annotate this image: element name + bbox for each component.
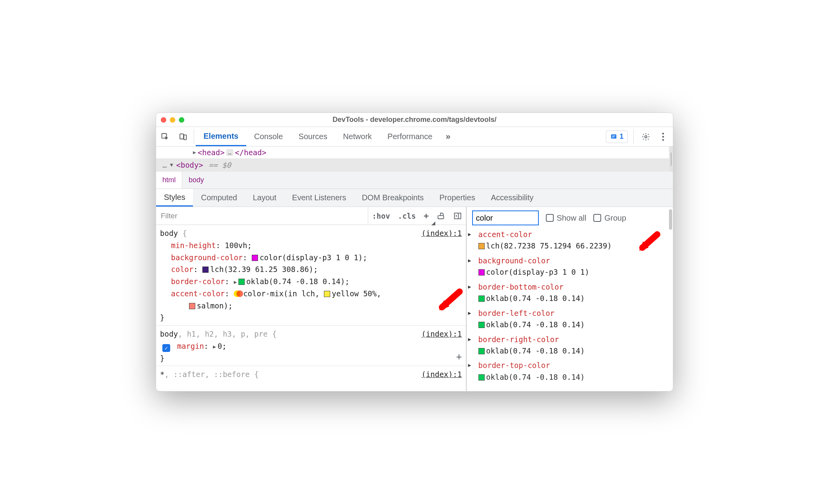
declaration[interactable]: border-color: ▶oklab(0.74 -0.18 0.14);: [160, 276, 462, 288]
subtab-accessibility[interactable]: Accessibility: [483, 189, 542, 207]
dom-head-open: <head>: [198, 147, 225, 158]
computed-panel-toggle-button[interactable]: [449, 207, 466, 225]
style-rule-resets[interactable]: body, h1, h2, h3, p, pre { (index):1 ✓ m…: [156, 326, 466, 366]
dom-node-head[interactable]: ▶ <head> … </head>: [156, 147, 673, 158]
rule-source-link[interactable]: (index):1: [422, 328, 462, 340]
color-swatch[interactable]: [478, 296, 485, 302]
hover-states-button[interactable]: :hov: [368, 207, 394, 225]
inspect-element-icon[interactable]: [156, 127, 174, 146]
declaration[interactable]: color: lch(32.39 61.25 308.86);: [160, 263, 462, 276]
computed-property[interactable]: ▶ border-left-color oklab(0.74 -0.18 0.1…: [477, 308, 671, 331]
expand-arrow-icon[interactable]: ▶: [468, 335, 471, 343]
subtab-dom-breakpoints[interactable]: DOM Breakpoints: [354, 189, 432, 207]
expand-arrow-icon[interactable]: ▶: [468, 257, 471, 265]
color-swatch[interactable]: [478, 243, 485, 249]
color-swatch[interactable]: [478, 322, 485, 328]
dom-node-body-selected[interactable]: … ▼ <body> == $0: [156, 158, 673, 172]
issues-button[interactable]: 1: [606, 131, 628, 143]
window-title: DevTools - developer.chrome.com/tags/dev…: [156, 116, 673, 124]
expand-arrow-icon[interactable]: ▶: [213, 343, 216, 351]
zoom-window-button[interactable]: [179, 117, 184, 123]
declaration[interactable]: ✓ margin: ▶0;: [160, 340, 462, 352]
kebab-icon: [662, 132, 664, 141]
computed-property[interactable]: ▶ border-right-color oklab(0.74 -0.18 0.…: [477, 334, 671, 357]
declaration[interactable]: background-color: color(display-p3 1 0 1…: [160, 252, 462, 264]
color-swatch[interactable]: [478, 269, 485, 276]
rule-selector: body {: [160, 229, 187, 237]
show-all-checkbox[interactable]: Show all: [546, 214, 587, 223]
color-swatch[interactable]: [252, 255, 258, 261]
color-mix-icon[interactable]: [234, 290, 243, 297]
tab-performance[interactable]: Performance: [380, 127, 440, 146]
dom-scrollbar[interactable]: [669, 147, 673, 172]
dom-ellipsis-badge[interactable]: …: [226, 149, 233, 156]
device-toggle-icon[interactable]: [174, 127, 192, 146]
computed-property[interactable]: ▶ border-top-color oklab(0.74 -0.18 0.14…: [477, 360, 671, 383]
new-style-rule-button[interactable]: +: [420, 207, 433, 225]
close-window-button[interactable]: [161, 117, 166, 123]
color-swatch[interactable]: [478, 374, 485, 381]
tab-elements[interactable]: Elements: [196, 127, 246, 146]
expand-arrow-icon[interactable]: ▶: [468, 283, 471, 291]
computed-filterbar: Show all Group: [467, 207, 673, 229]
breadcrumb-body[interactable]: body: [182, 172, 210, 189]
declaration[interactable]: min-height: 100vh;: [160, 239, 462, 252]
collapse-arrow-icon[interactable]: ▼: [170, 161, 173, 169]
panels: :hov .cls + body { (index):1 min-: [156, 207, 673, 391]
tab-sources[interactable]: Sources: [291, 127, 335, 146]
settings-button[interactable]: [639, 132, 653, 141]
breadcrumb-html[interactable]: html: [156, 172, 182, 189]
classes-button[interactable]: .cls: [394, 207, 420, 225]
toggle-styles-sidebar-button[interactable]: [433, 207, 449, 225]
expand-arrow-icon[interactable]: ▶: [468, 361, 471, 369]
color-swatch[interactable]: [189, 303, 195, 309]
computed-filter-input[interactable]: [472, 210, 539, 225]
rule-source-link[interactable]: (index):1: [422, 227, 462, 239]
computed-panel: Show all Group ▶ accent-color lch(82.723…: [467, 207, 673, 391]
color-swatch[interactable]: [202, 267, 209, 273]
main-tabs: Elements Console Sources Network Perform…: [196, 127, 606, 146]
chevrons-right-icon: »: [446, 132, 449, 142]
style-rule-universal[interactable]: *, ::after, ::before { (index):1: [156, 366, 466, 382]
dom-head-close: </head>: [235, 147, 266, 158]
main-toolbar: Elements Console Sources Network Perform…: [156, 127, 673, 147]
subtab-computed[interactable]: Computed: [193, 189, 245, 207]
tab-console[interactable]: Console: [246, 127, 291, 146]
toolbar-right: 1: [606, 127, 673, 146]
expand-arrow-icon[interactable]: ▶: [193, 149, 196, 157]
computed-scrollbar[interactable]: [668, 207, 673, 391]
subtab-layout[interactable]: Layout: [245, 189, 284, 207]
panel-right-icon: [453, 212, 462, 220]
computed-property[interactable]: ▶ border-bottom-color oklab(0.74 -0.18 0…: [477, 281, 671, 305]
expand-arrow-icon[interactable]: ▶: [468, 309, 471, 317]
group-checkbox[interactable]: Group: [593, 214, 626, 223]
computed-property[interactable]: ▶ accent-color lch(82.7238 75.1294 66.22…: [477, 229, 671, 252]
gear-icon: [642, 132, 650, 141]
expand-arrow-icon[interactable]: ▶: [468, 230, 471, 238]
more-options-button[interactable]: [656, 132, 670, 141]
declaration[interactable]: accent-color: color-mix(in lch, yellow 5…: [160, 288, 462, 312]
dom-selected-marker: == $0: [209, 159, 231, 171]
dom-body-open: <body>: [176, 159, 203, 171]
window-controls: [161, 117, 184, 123]
color-swatch[interactable]: [478, 348, 485, 354]
expand-arrow-icon[interactable]: ▶: [234, 278, 237, 286]
tab-network[interactable]: Network: [335, 127, 380, 146]
styles-filter-input[interactable]: [156, 207, 368, 225]
tabs-overflow-button[interactable]: »: [440, 127, 454, 146]
color-swatch[interactable]: [324, 291, 330, 297]
declaration-enabled-checkbox[interactable]: ✓: [162, 344, 170, 352]
computed-property[interactable]: ▶ background-color color(display-p3 1 0 …: [477, 255, 671, 278]
subtab-properties[interactable]: Properties: [432, 189, 483, 207]
dom-tree: ▶ <head> … </head> … ▼ <body> == $0: [156, 147, 673, 172]
subtab-styles[interactable]: Styles: [156, 189, 193, 207]
rule-source-link[interactable]: (index):1: [422, 368, 462, 381]
svg-point-5: [662, 132, 664, 134]
add-declaration-button[interactable]: +: [456, 349, 462, 364]
rule-selector: *, ::after, ::before {: [160, 370, 259, 379]
subtab-event-listeners[interactable]: Event Listeners: [284, 189, 354, 207]
style-rule-body[interactable]: body { (index):1 min-height: 100vh; back…: [156, 225, 466, 326]
color-swatch[interactable]: [238, 279, 245, 285]
toolbar-separator: [194, 129, 194, 144]
minimize-window-button[interactable]: [170, 117, 175, 123]
